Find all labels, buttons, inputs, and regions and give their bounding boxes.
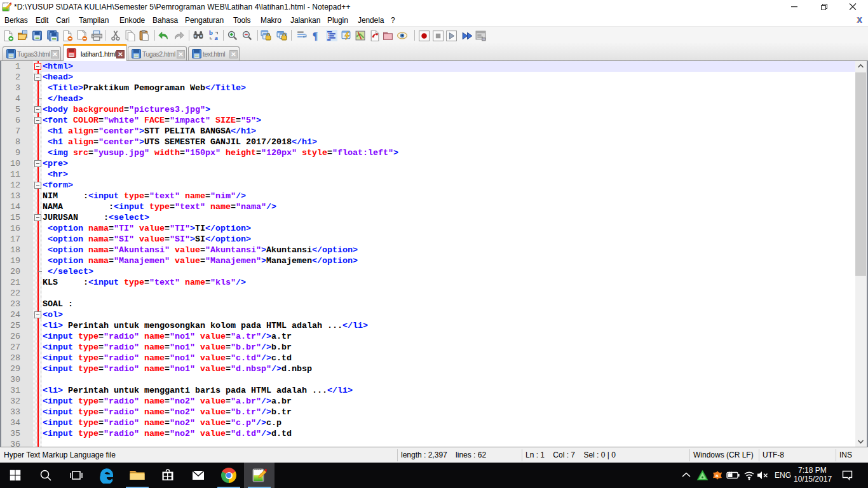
svg-text:a: a: [215, 34, 219, 41]
svg-text:a: a: [715, 473, 719, 478]
svg-text:b: b: [209, 30, 213, 36]
svg-text:¶: ¶: [313, 30, 318, 41]
